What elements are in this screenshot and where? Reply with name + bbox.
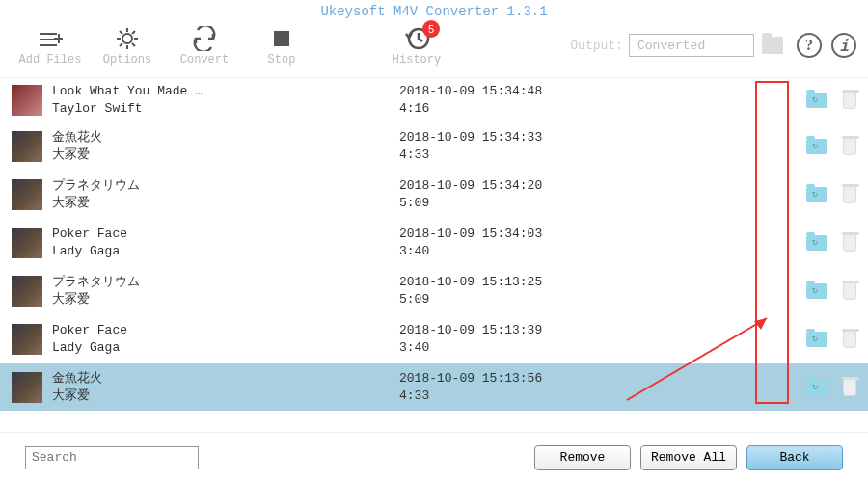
track-artist: 大冢爱 (52, 291, 399, 308)
track-duration: 3:40 (399, 339, 727, 357)
track-duration: 3:40 (399, 243, 727, 260)
track-artist: Lady Gaga (52, 243, 399, 260)
track-artist: Lady Gaga (52, 339, 399, 357)
track-duration: 4:33 (399, 388, 727, 405)
remove-button[interactable]: Remove (534, 445, 631, 470)
options-button[interactable]: Options (89, 24, 166, 67)
stop-button[interactable]: Stop (243, 24, 320, 67)
track-thumbnail (12, 85, 42, 116)
track-time: 2018-10-09 15:34:334:33 (399, 129, 727, 164)
track-datetime: 2018-10-09 15:13:56 (399, 370, 727, 388)
track-info: Look What You Made …Taylor Swift (52, 83, 399, 118)
track-time: 2018-10-09 15:34:205:09 (399, 177, 727, 212)
open-folder-icon[interactable] (806, 332, 827, 347)
open-folder-icon[interactable] (806, 187, 827, 202)
track-artist: Taylor Swift (52, 100, 399, 118)
open-folder-icon[interactable] (806, 139, 827, 154)
track-duration: 4:33 (399, 147, 727, 164)
track-duration: 5:09 (399, 195, 727, 212)
track-duration: 5:09 (399, 291, 727, 308)
options-label: Options (103, 53, 151, 67)
track-artist: 大冢爱 (52, 388, 399, 405)
delete-icon[interactable] (843, 282, 856, 300)
track-title: 金魚花火 (52, 370, 399, 388)
track-datetime: 2018-10-09 15:34:48 (399, 83, 727, 100)
gear-icon (115, 24, 140, 53)
track-thumbnail (12, 228, 42, 258)
track-thumbnail (12, 131, 42, 162)
toolbar: Add Files Options Convert Stop 5 History… (0, 19, 868, 77)
track-time: 2018-10-09 15:13:393:40 (399, 322, 727, 357)
convert-button[interactable]: Convert (166, 24, 243, 67)
track-row[interactable]: Poker FaceLady Gaga2018-10-09 15:34:033:… (0, 219, 868, 267)
track-thumbnail (12, 324, 42, 355)
footer: Remove Remove All Back (0, 432, 868, 482)
history-button[interactable]: 5 History (378, 24, 455, 67)
delete-icon[interactable] (843, 186, 856, 203)
open-folder-icon[interactable] (806, 93, 827, 108)
convert-icon (192, 24, 217, 53)
track-row[interactable]: プラネタリウム大冢爱2018-10-09 15:13:255:09 (0, 267, 868, 315)
search-input[interactable] (25, 446, 199, 469)
track-artist: 大冢爱 (52, 195, 399, 212)
svg-point-0 (122, 34, 132, 43)
track-title: Poker Face (52, 322, 399, 339)
delete-icon[interactable] (843, 234, 856, 252)
track-row[interactable]: 金魚花火大冢爱2018-10-09 15:34:334:33 (0, 122, 868, 171)
add-files-icon (38, 24, 63, 53)
info-icon[interactable]: i (831, 33, 856, 58)
open-folder-icon[interactable] (806, 380, 827, 395)
track-title: 金魚花火 (52, 129, 399, 147)
track-duration: 4:16 (399, 100, 727, 118)
back-button[interactable]: Back (746, 445, 843, 470)
output-label: Output: (570, 39, 623, 53)
track-list: Look What You Made …Taylor Swift2018-10-… (0, 77, 868, 411)
open-folder-icon[interactable] (806, 235, 827, 251)
help-icon[interactable]: ? (797, 33, 822, 58)
track-time: 2018-10-09 15:13:564:33 (399, 370, 727, 405)
history-badge: 5 (422, 20, 440, 38)
track-info: 金魚花火大冢爱 (52, 129, 399, 164)
output-field[interactable] (629, 34, 754, 57)
track-datetime: 2018-10-09 15:34:03 (399, 226, 727, 243)
track-thumbnail (12, 372, 42, 403)
track-title: Poker Face (52, 226, 399, 243)
stop-icon (272, 24, 291, 53)
track-title: プラネタリウム (52, 177, 399, 195)
delete-icon[interactable] (843, 331, 856, 348)
track-info: プラネタリウム大冢爱 (52, 177, 399, 212)
delete-icon[interactable] (843, 92, 856, 109)
stop-label: Stop (268, 53, 296, 67)
delete-icon[interactable] (843, 379, 856, 396)
track-info: Poker FaceLady Gaga (52, 226, 399, 260)
add-files-button[interactable]: Add Files (12, 24, 89, 67)
delete-icon[interactable] (843, 138, 856, 155)
track-artist: 大冢爱 (52, 147, 399, 164)
track-datetime: 2018-10-09 15:13:25 (399, 274, 727, 291)
track-info: プラネタリウム大冢爱 (52, 274, 399, 308)
remove-all-button[interactable]: Remove All (640, 445, 737, 470)
svg-rect-1 (274, 31, 289, 46)
track-datetime: 2018-10-09 15:13:39 (399, 322, 727, 339)
track-row[interactable]: Look What You Made …Taylor Swift2018-10-… (0, 78, 868, 122)
convert-label: Convert (180, 53, 229, 67)
window-title: Ukeysoft M4V Converter 1.3.1 (0, 0, 868, 19)
browse-folder-button[interactable] (762, 37, 783, 54)
track-thumbnail (12, 179, 42, 210)
track-datetime: 2018-10-09 15:34:20 (399, 177, 727, 195)
track-info: Poker FaceLady Gaga (52, 322, 399, 357)
track-row[interactable]: プラネタリウム大冢爱2018-10-09 15:34:205:09 (0, 171, 868, 219)
track-time: 2018-10-09 15:34:484:16 (399, 83, 727, 118)
track-title: プラネタリウム (52, 274, 399, 291)
track-time: 2018-10-09 15:13:255:09 (399, 274, 727, 308)
track-row[interactable]: 金魚花火大冢爱2018-10-09 15:13:564:33 (0, 363, 868, 411)
track-thumbnail (12, 276, 42, 307)
add-files-label: Add Files (19, 53, 82, 67)
track-row[interactable]: Poker FaceLady Gaga2018-10-09 15:13:393:… (0, 315, 868, 363)
track-info: 金魚花火大冢爱 (52, 370, 399, 405)
open-folder-icon[interactable] (806, 283, 827, 299)
track-datetime: 2018-10-09 15:34:33 (399, 129, 727, 147)
track-time: 2018-10-09 15:34:033:40 (399, 226, 727, 260)
track-title: Look What You Made … (52, 83, 399, 100)
history-label: History (393, 53, 441, 67)
